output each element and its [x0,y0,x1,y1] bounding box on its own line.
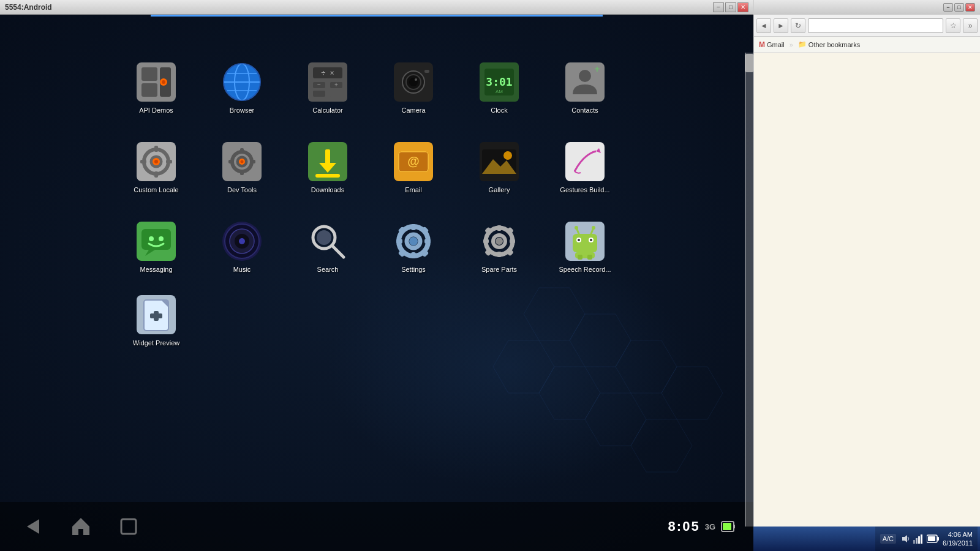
bookmark-gmail[interactable]: M Gmail [759,40,785,49]
downloads-label: Downloads [311,186,344,193]
svg-rect-57 [250,160,255,163]
svg-text:+: + [334,81,338,88]
ac-indicator: A/C [880,534,896,544]
scrollbar-thumb[interactable] [745,54,753,72]
scrollbar[interactable] [745,53,753,527]
browser-title-bar: − □ ✕ [754,0,980,15]
svg-rect-91 [411,224,416,230]
app-icon-custom-locale[interactable]: Custom Locale [123,131,190,204]
bottom-nav: 8:05 3G [0,502,753,551]
svg-text:+: + [594,64,600,74]
speech-record-label: Speech Record... [559,266,611,273]
svg-rect-54 [240,148,244,154]
svg-rect-55 [240,170,244,175]
svg-marker-131 [72,518,89,535]
app-icon-clock[interactable]: 3:01 AM Clock [466,51,533,125]
network-icon [913,534,923,544]
browser-go-btn[interactable]: » [963,18,978,33]
dev-tools-label: Dev Tools [227,186,257,193]
svg-text:AM: AM [496,89,503,94]
browser-refresh-btn[interactable]: ↻ [791,18,805,33]
email-label: Email [405,186,422,193]
clock-label: Clock [491,107,508,114]
battery-icon [927,534,939,544]
browser-min-btn[interactable]: − [943,3,953,12]
app-icon-spare-parts[interactable]: Spare Parts [466,211,533,284]
minimize-button[interactable]: − [713,2,724,12]
settings-label: Settings [401,266,426,273]
svg-rect-102 [497,225,502,231]
time-line1: 4:06 AM [943,530,973,539]
address-bar-input[interactable] [808,18,943,33]
bookmark-other[interactable]: 📁 Other bookmarks [798,40,860,48]
svg-text:÷ ×: ÷ × [321,69,334,77]
browser-back-btn[interactable]: ◄ [756,18,771,33]
browser-content [754,53,980,551]
music-icon [222,222,262,261]
svg-rect-34 [424,70,429,73]
app-icon-email[interactable]: @ Email [380,131,447,204]
status-bar-bottom: 8:05 3G [668,519,735,534]
api-demos-icon [137,62,176,102]
downloads-icon [308,142,347,181]
gestures-label: Gestures Build... [560,186,609,193]
svg-point-76 [149,236,154,241]
svg-rect-93 [396,239,402,244]
svg-rect-105 [510,239,515,244]
app-icon-camera[interactable]: Camera [380,51,447,125]
svg-rect-26 [330,91,342,97]
app-icon-messaging[interactable]: Messaging [123,211,190,284]
browser-close-btn[interactable]: ✕ [965,3,975,12]
signal-indicator: 3G [705,522,715,531]
camera-icon [394,62,433,102]
app-icon-search[interactable]: Search [294,211,361,284]
browser-panel: − □ ✕ ◄ ► ↻ ☆ » M Gmail » [753,0,980,551]
app-icon-gallery[interactable]: Gallery [466,131,533,204]
emulator-container: 5554:Android − □ ✕ [0,0,753,551]
back-button[interactable] [18,512,48,541]
svg-rect-48 [166,160,172,163]
app-icon-calculator[interactable]: ÷ × − + Calculator [294,51,361,125]
spare-parts-icon [480,222,519,261]
camera-label: Camera [401,107,425,114]
maximize-button[interactable]: □ [725,2,736,12]
home-button[interactable] [66,512,96,541]
svg-point-115 [578,239,580,241]
recent-button[interactable] [114,512,143,541]
app-icon-downloads[interactable]: Downloads [294,131,361,204]
settings-icon [394,222,433,261]
svg-marker-7 [631,419,692,472]
svg-marker-6 [585,393,646,446]
app-icon-speech-record[interactable]: Speech Record... [551,211,619,284]
app-icon-widget-preview[interactable]: Widget Preview [123,290,190,351]
app-icon-api-demos[interactable]: API Demos [123,51,190,125]
browser-max-btn[interactable]: □ [954,3,964,12]
gestures-icon [565,142,605,181]
app-icon-browser[interactable]: Browser [208,51,276,125]
app-icon-music[interactable]: Music [208,211,276,284]
svg-rect-171 [918,536,920,544]
widget-preview-label: Widget Preview [133,339,179,347]
app-icon-contacts[interactable]: + Contacts [551,51,619,125]
api-demos-label: API Demos [139,107,173,114]
svg-point-59 [241,160,244,163]
svg-text:@: @ [407,154,420,168]
svg-line-88 [332,246,344,257]
svg-rect-112 [573,234,597,252]
svg-point-119 [575,226,578,230]
app-icon-gestures[interactable]: Gestures Build... [551,131,619,204]
app-icon-settings[interactable]: Settings [380,211,447,284]
svg-rect-9 [141,67,157,81]
contacts-icon: + [565,62,605,102]
svg-rect-103 [497,252,502,257]
svg-rect-175 [937,537,939,541]
browser-star-btn[interactable]: ☆ [946,18,960,33]
svg-point-120 [592,226,595,230]
browser-forward-btn[interactable]: ► [774,18,788,33]
close-button[interactable]: ✕ [737,2,748,12]
svg-rect-47 [140,160,146,163]
emulator-title: 5554:Android [5,3,52,12]
app-icon-dev-tools[interactable]: Dev Tools [208,131,276,204]
spare-parts-label: Spare Parts [481,266,517,273]
emulator-title-bar: 5554:Android − □ ✕ [0,0,753,15]
